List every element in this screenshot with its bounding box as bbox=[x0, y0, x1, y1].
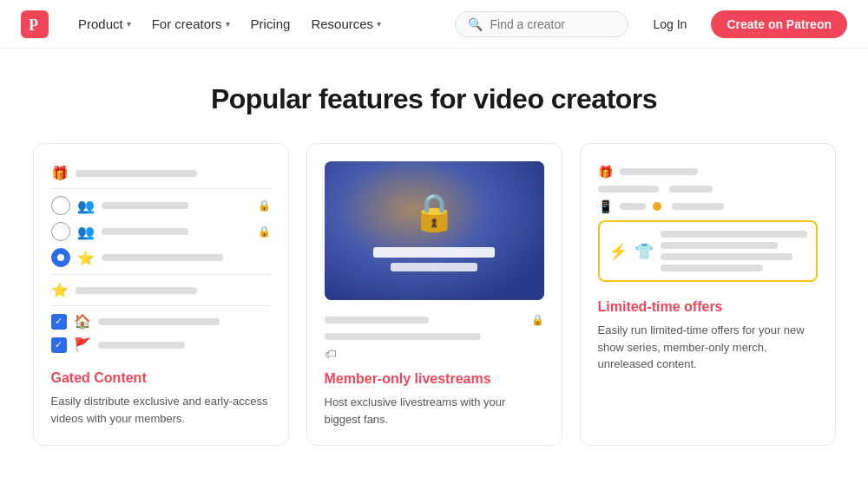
gated-content-illustration: 🎁 👥 🔒 👥 🔒 bbox=[51, 161, 271, 370]
white-bar bbox=[373, 247, 495, 258]
tier-row-4: ⭐ bbox=[51, 282, 271, 298]
gift-icon: 🎁 bbox=[51, 165, 69, 181]
tier-row-5: 🏠 bbox=[51, 313, 271, 330]
tier-row-6: 🚩 bbox=[51, 337, 271, 353]
nav-product[interactable]: Product ▾ bbox=[69, 10, 140, 38]
login-button[interactable]: Log In bbox=[639, 10, 700, 38]
flag-icon: 🚩 bbox=[74, 337, 91, 353]
tier-row-2: 👥 🔒 bbox=[51, 222, 271, 241]
people-icon: 👥 bbox=[77, 198, 95, 214]
svg-text:P: P bbox=[29, 16, 38, 34]
bar bbox=[620, 203, 646, 210]
nav-pricing[interactable]: Pricing bbox=[242, 10, 299, 38]
page-title: Popular features for video creators bbox=[21, 83, 847, 115]
search-icon: 🔍 bbox=[468, 17, 483, 31]
livestream-illustration: 🔒 bbox=[325, 161, 544, 300]
divider bbox=[51, 274, 271, 275]
card-livestreams: 🔒 🔒 🏷 Member-only livestreams Host ex bbox=[306, 143, 562, 446]
radio-unchecked[interactable] bbox=[51, 222, 70, 241]
feature-title-limited-offers: Limited-time offers bbox=[598, 299, 818, 315]
card-gated-content: 🎁 👥 🔒 👥 🔒 bbox=[33, 143, 289, 446]
logo[interactable]: P bbox=[21, 10, 49, 38]
livestream-meta-row-3: 🏷 bbox=[325, 347, 544, 361]
radio-unchecked[interactable] bbox=[51, 196, 70, 215]
card-limited-offers: 🎁 📱 ⚡ 👕 bbox=[580, 143, 836, 446]
tier-row-1: 👥 🔒 bbox=[51, 196, 271, 215]
bar bbox=[325, 333, 481, 340]
checkbox-checked[interactable] bbox=[51, 314, 67, 330]
bar bbox=[672, 203, 724, 210]
highlighted-offer-card: ⚡ 👕 bbox=[598, 220, 818, 282]
gradient-bg: 🔒 bbox=[325, 161, 544, 300]
feature-title-gated: Gated Content bbox=[51, 370, 271, 386]
bar bbox=[76, 287, 197, 294]
tier-row-gift: 🎁 bbox=[51, 165, 271, 181]
livestream-meta-row-2 bbox=[325, 333, 544, 340]
chevron-down-icon: ▾ bbox=[377, 19, 381, 29]
bar bbox=[325, 317, 429, 323]
status-dot bbox=[653, 202, 661, 211]
bar bbox=[661, 265, 763, 271]
lock-icon: 🔒 bbox=[258, 199, 271, 212]
nav-resources[interactable]: Resources ▾ bbox=[302, 10, 390, 38]
radio-checked[interactable] bbox=[51, 248, 70, 267]
phone-icon: 📱 bbox=[598, 199, 613, 213]
bar bbox=[598, 186, 659, 193]
people-icon: 👥 bbox=[77, 224, 95, 240]
gift-icon: 🎁 bbox=[598, 165, 613, 179]
lock-icon: 🔒 bbox=[531, 314, 544, 326]
card2-bottom: 🔒 🏷 bbox=[325, 310, 544, 371]
shirt-icon: 👕 bbox=[635, 242, 654, 261]
tag-icon: 🏷 bbox=[325, 347, 337, 361]
nav-right: 🔍 Log In Create on Patreon bbox=[455, 10, 847, 38]
bar bbox=[661, 253, 792, 260]
bar bbox=[98, 342, 185, 349]
stacked-bars bbox=[661, 231, 807, 271]
offer-row-1: 🎁 bbox=[598, 165, 818, 179]
bar bbox=[98, 318, 220, 325]
white-bar-small bbox=[391, 263, 477, 271]
lock-icon: 🔒 bbox=[258, 225, 271, 238]
navbar: P Product ▾ For creators ▾ Pricing Resou… bbox=[0, 0, 868, 49]
lock-icon-large: 🔒 bbox=[411, 191, 457, 233]
offer-row-2 bbox=[598, 186, 818, 193]
offer-row-3: 📱 bbox=[598, 199, 818, 213]
checkbox-checked[interactable] bbox=[51, 337, 67, 353]
divider bbox=[51, 188, 271, 189]
divider bbox=[51, 305, 271, 306]
feature-desc-livestreams: Host exclusive livestreams with your big… bbox=[325, 394, 544, 428]
chevron-down-icon: ▾ bbox=[127, 19, 131, 29]
highlighted-row: ⚡ 👕 bbox=[608, 231, 807, 271]
bolt-icon: ⚡ bbox=[608, 242, 628, 261]
bar bbox=[661, 242, 778, 249]
house-icon: 🏠 bbox=[74, 313, 91, 330]
create-button[interactable]: Create on Patreon bbox=[711, 10, 847, 38]
livestream-meta-row-1: 🔒 bbox=[325, 314, 544, 326]
bar bbox=[102, 202, 188, 209]
nav-for-creators[interactable]: For creators ▾ bbox=[143, 10, 239, 38]
bar bbox=[661, 231, 807, 238]
feature-desc-limited-offers: Easily run limited-time offers for your … bbox=[598, 322, 818, 373]
limited-offers-illustration: 🎁 📱 ⚡ 👕 bbox=[598, 161, 818, 299]
feature-title-livestreams: Member-only livestreams bbox=[325, 371, 544, 387]
search-bar[interactable]: 🔍 bbox=[455, 11, 628, 37]
chevron-down-icon: ▾ bbox=[226, 19, 230, 29]
star-icon: ⭐ bbox=[51, 282, 69, 298]
bar bbox=[669, 186, 713, 193]
main-content: Popular features for video creators 🎁 👥 … bbox=[0, 49, 868, 474]
features-cards: 🎁 👥 🔒 👥 🔒 bbox=[21, 143, 847, 446]
search-input[interactable] bbox=[490, 17, 615, 31]
feature-desc-gated: Easily distribute exclusive and early-ac… bbox=[51, 393, 271, 427]
nav-items: Product ▾ For creators ▾ Pricing Resourc… bbox=[69, 10, 455, 38]
star-icon: ⭐ bbox=[77, 250, 95, 266]
bar bbox=[102, 254, 223, 261]
bar bbox=[76, 170, 197, 177]
bar bbox=[102, 228, 188, 235]
bar bbox=[620, 168, 698, 175]
tier-row-3: ⭐ bbox=[51, 248, 271, 267]
